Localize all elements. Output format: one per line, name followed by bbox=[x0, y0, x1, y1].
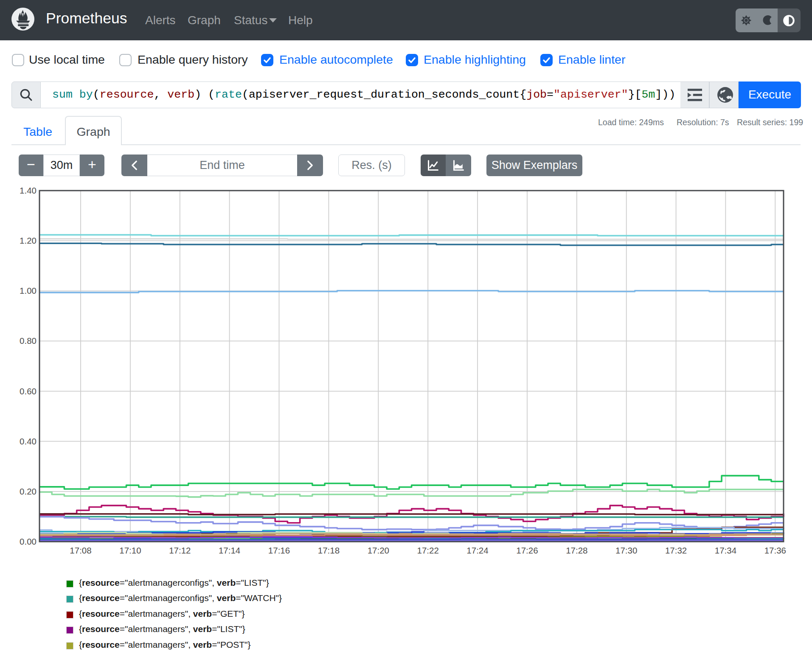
svg-text:0.40: 0.40 bbox=[20, 436, 37, 446]
svg-text:1.40: 1.40 bbox=[20, 185, 37, 195]
svg-text:0.60: 0.60 bbox=[20, 386, 37, 396]
svg-text:1.00: 1.00 bbox=[20, 286, 37, 295]
svg-text:17:30: 17:30 bbox=[615, 545, 637, 555]
svg-text:17:34: 17:34 bbox=[715, 545, 736, 555]
svg-text:17:32: 17:32 bbox=[665, 545, 687, 555]
svg-text:17:22: 17:22 bbox=[417, 545, 439, 555]
svg-text:17:24: 17:24 bbox=[466, 545, 488, 555]
svg-text:17:16: 17:16 bbox=[268, 545, 290, 555]
svg-text:17:20: 17:20 bbox=[368, 545, 389, 555]
svg-text:17:08: 17:08 bbox=[70, 545, 91, 555]
svg-text:17:26: 17:26 bbox=[516, 545, 538, 555]
svg-text:17:18: 17:18 bbox=[318, 545, 340, 555]
svg-text:17:12: 17:12 bbox=[169, 545, 191, 555]
svg-text:0.00: 0.00 bbox=[20, 537, 37, 546]
svg-text:0.20: 0.20 bbox=[20, 486, 37, 496]
svg-text:17:14: 17:14 bbox=[219, 545, 240, 555]
svg-text:17:28: 17:28 bbox=[566, 545, 587, 555]
svg-text:17:36: 17:36 bbox=[764, 545, 786, 555]
svg-text:0.80: 0.80 bbox=[20, 336, 37, 346]
svg-text:17:10: 17:10 bbox=[119, 545, 141, 555]
svg-text:1.20: 1.20 bbox=[20, 236, 37, 245]
